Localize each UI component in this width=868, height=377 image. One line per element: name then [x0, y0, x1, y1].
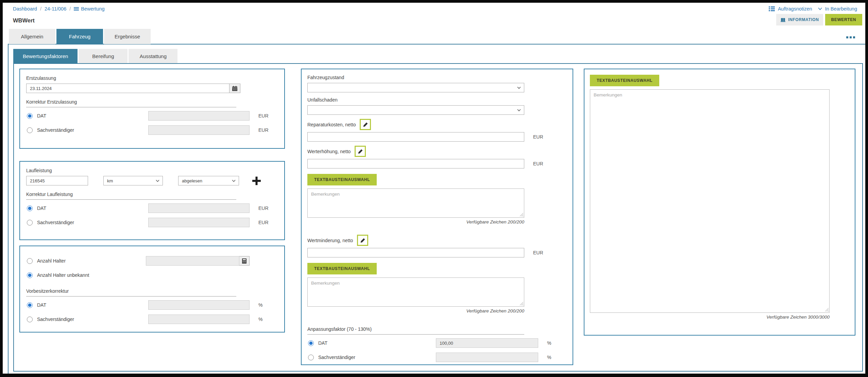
tab-ergebnisse[interactable]: Ergebnisse: [104, 29, 151, 44]
breadcrumb-dashboard[interactable]: Dashboard: [13, 6, 37, 12]
zeichen-counter: Verfügbare Zeichen 200/200: [307, 308, 524, 313]
laufleistung-sachverstaendiger-radio[interactable]: [27, 220, 33, 226]
erstzulassung-sachverstaendiger-input: [148, 125, 250, 135]
textbaustein-button-werterhoehung[interactable]: TEXTBAUSTEINAUSWAHL: [307, 174, 377, 185]
chevron-down-icon: [232, 180, 236, 182]
currency-label: EUR: [258, 127, 278, 133]
add-laufleistung-button[interactable]: [252, 177, 261, 185]
textbaustein-button-wertminderung[interactable]: TEXTBAUSTEINAUSWAHL: [307, 263, 377, 274]
korrektur-erstzulassung-label: Korrektur Erstzulassung: [26, 99, 236, 105]
calendar-button[interactable]: [229, 84, 240, 93]
erstzulassung-dat-radio[interactable]: [27, 113, 33, 119]
reparaturkosten-input[interactable]: [307, 132, 524, 142]
subtab-ausstattung[interactable]: Ausstattung: [129, 49, 177, 63]
chevron-down-icon: [818, 7, 822, 10]
percent-label: %: [258, 317, 278, 322]
fahrzeugzustand-select[interactable]: [307, 83, 524, 92]
breadcrumb-bewertung[interactable]: Bewertung: [74, 6, 104, 12]
anpassungsfaktor-sachverstaendiger-radio[interactable]: [308, 355, 314, 360]
laufleistung-dat-input: [148, 203, 250, 213]
anzahl-halter-radio[interactable]: [27, 258, 33, 264]
korrektur-laufleistung-label: Korrektur Laufleistung: [26, 192, 236, 197]
erstzulassung-sv-row: Sachverständiger EUR: [26, 123, 278, 137]
vorbesitzer-sachverstaendiger-radio[interactable]: [27, 317, 33, 322]
haupt-bemerkungen-textarea[interactable]: [590, 89, 830, 313]
werterhoehung-edit-button[interactable]: [355, 146, 366, 157]
information-button[interactable]: INFORMATION: [776, 14, 823, 25]
unfallschaden-label: Unfallschaden: [307, 97, 567, 103]
currency-label: EUR: [533, 161, 553, 166]
percent-label: %: [258, 302, 278, 308]
status-badge[interactable]: In Bearbeitung: [825, 6, 857, 12]
werterhoehung-input[interactable]: [307, 159, 524, 168]
calculator-button[interactable]: [239, 256, 250, 266]
bewertungsfaktoren-content: Erstzulassung Korrektur Erstzulassung: [13, 63, 863, 372]
subtab-bewertungsfaktoren[interactable]: Bewertungsfaktoren: [13, 49, 78, 63]
wertminderung-edit-button[interactable]: [357, 235, 368, 246]
currency-label: EUR: [533, 134, 553, 140]
dat-label: DAT: [37, 302, 46, 308]
tab-allgemein[interactable]: Allgemein: [9, 29, 55, 44]
erstzulassung-dat-input: [148, 111, 250, 121]
divider: [26, 199, 236, 200]
erstzulassung-dat-row: DAT EUR: [26, 109, 278, 123]
textbausteine-panel: TEXTBAUSTEINAUSWAHL Verfügbare Zeichen 3…: [584, 69, 855, 336]
reparaturkosten-label: Reparaturkosten, netto: [307, 122, 356, 127]
divider: [307, 334, 524, 335]
page: Dashboard / 24-11/006 / Bewertung Auftra…: [3, 3, 865, 374]
laufleistung-panel: Laufleistung km abgelesen: [19, 161, 285, 240]
page-title: WBWert: [13, 17, 35, 24]
anpassungsfaktor-sachverstaendiger-input: [436, 353, 538, 362]
breadcrumb-separator: /: [40, 6, 41, 12]
subtab-bereifung[interactable]: Bereifung: [79, 49, 127, 63]
anzahl-halter-unbekannt-radio[interactable]: [27, 272, 33, 278]
anpassungsfaktor-label: Anpassungsfaktor (70 - 130%): [307, 326, 524, 332]
laufleistung-source-select[interactable]: abgelesen: [178, 176, 239, 185]
sachverstaendiger-label: Sachverständiger: [318, 355, 355, 360]
erstzulassung-sachverstaendiger-radio[interactable]: [27, 127, 33, 133]
halter-panel: Anzahl Halter Anzahl Halter unb: [19, 246, 285, 333]
vorbesitzer-dat-input: [148, 300, 250, 310]
werterhoehung-label: Werterhöhung, netto: [307, 149, 351, 154]
main-tab-bar: Allgemein Fahrzeug Ergebnisse: [9, 29, 151, 44]
tab-fahrzeug[interactable]: Fahrzeug: [56, 29, 103, 44]
laufleistung-dat-radio[interactable]: [27, 205, 33, 211]
anzahl-halter-row: Anzahl Halter: [26, 254, 278, 268]
sub-tab-bar: Bewertungsfaktoren Bereifung Ausstattung: [13, 49, 177, 63]
vorbesitzer-dat-radio[interactable]: [27, 302, 33, 308]
divider: [26, 296, 236, 297]
unfallschaden-select[interactable]: [307, 105, 524, 115]
sachverstaendiger-label: Sachverständiger: [37, 127, 74, 133]
anzahl-halter-unbekannt-row: Anzahl Halter unbekannt: [26, 268, 278, 282]
werterhoehung-bemerkungen-textarea[interactable]: [307, 188, 524, 218]
pencil-icon: [358, 149, 363, 154]
wertminderung-input[interactable]: [307, 248, 524, 257]
erstzulassung-panel: Erstzulassung Korrektur Erstzulassung: [19, 69, 285, 149]
erstzulassung-date-input[interactable]: [26, 84, 229, 93]
vorbesitzerkorrektur-label: Vorbesitzerkorrektur: [26, 288, 236, 294]
vorbesitzer-dat-row: DAT %: [26, 298, 278, 312]
zeichen-counter: Verfügbare Zeichen 200/200: [307, 219, 524, 225]
calculator-icon: [242, 258, 246, 264]
breadcrumb-order-number[interactable]: 24-11/006: [45, 6, 66, 12]
vorbesitzer-sachverstaendiger-input: [148, 315, 250, 324]
textbaustein-button-haupt[interactable]: TEXTBAUSTEINAUSWAHL: [590, 75, 659, 86]
chevron-down-icon: [156, 180, 159, 182]
calendar-icon: [232, 86, 237, 91]
anpassungsfaktor-dat-radio[interactable]: [308, 340, 314, 346]
zeichen-counter-3000: Verfügbare Zeichen 3000/3000: [590, 315, 830, 320]
top-actions: INFORMATION BEWERTEN: [776, 14, 862, 25]
laufleistung-value-input[interactable]: [26, 176, 88, 185]
overflow-menu-icon[interactable]: [846, 36, 855, 38]
auftragsnotizen-link[interactable]: Auftragsnotizen: [778, 6, 812, 12]
fahrzeugzustand-panel: Fahrzeugzustand Unfallschaden Reparaturk…: [301, 69, 573, 365]
laufleistung-unit-select[interactable]: km: [103, 176, 163, 185]
wertminderung-label: Wertminderung, netto: [307, 238, 353, 243]
laufleistung-sachverstaendiger-input: [148, 218, 250, 227]
book-icon: [780, 18, 786, 22]
percent-label: %: [547, 355, 567, 360]
reparaturkosten-edit-button[interactable]: [360, 119, 371, 130]
bewerten-button[interactable]: BEWERTEN: [825, 14, 862, 25]
chevron-down-icon: [517, 109, 521, 111]
wertminderung-bemerkungen-textarea[interactable]: [307, 277, 524, 307]
